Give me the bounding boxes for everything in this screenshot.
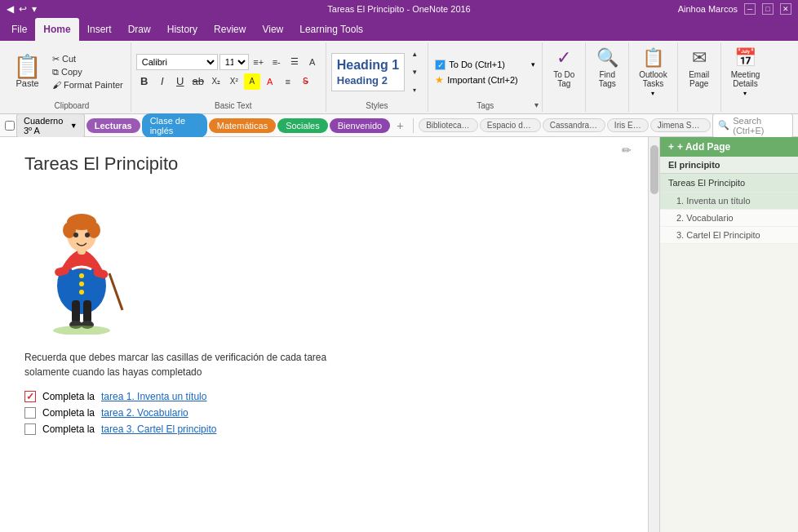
font-select[interactable]: Calibri bbox=[136, 54, 218, 70]
meeting-dropdown: ▾ bbox=[743, 90, 747, 97]
font-size-select[interactable]: 11 bbox=[219, 54, 249, 70]
meeting-details-label: MeetingDetails bbox=[731, 70, 760, 88]
notebook-checkbox[interactable] bbox=[5, 121, 15, 131]
todo-tag-icon: ✓ bbox=[556, 47, 571, 69]
sub-page-item-1[interactable]: 1. Inventa un título bbox=[660, 193, 798, 210]
styles-scroll-up[interactable]: ▲ bbox=[406, 47, 423, 63]
todo-tag-group: ✓ To DoTag bbox=[543, 42, 586, 112]
search-box[interactable]: 🔍 Search (Ctrl+E) bbox=[712, 113, 793, 138]
meeting-details-group: 📅 MeetingDetails ▾ bbox=[721, 42, 770, 112]
notebook-breadcrumb[interactable]: Cuaderno 3º A ▼ bbox=[16, 113, 85, 138]
edit-icon[interactable]: ✏ bbox=[622, 144, 632, 157]
clear-format-btn[interactable]: A bbox=[304, 54, 321, 70]
notebook-pill-espacio[interactable]: Espacio de co... bbox=[480, 118, 541, 132]
styles-scroll-down[interactable]: ▼ bbox=[406, 64, 423, 81]
task-3-link[interactable]: tarea 3. Cartel El principito bbox=[101, 423, 216, 435]
section-tab-bienvenido[interactable]: Bienvenido bbox=[330, 118, 390, 133]
task-checkbox-3[interactable] bbox=[24, 423, 36, 435]
bold-button[interactable]: B bbox=[136, 73, 153, 90]
meeting-icon: 📅 bbox=[734, 47, 756, 69]
outlook-dropdown: ▾ bbox=[651, 90, 654, 97]
close-button[interactable]: ✕ bbox=[780, 3, 791, 15]
email-page-button[interactable]: ✉ EmailPage bbox=[683, 44, 716, 91]
undo-icon[interactable]: ↩ bbox=[19, 3, 27, 15]
tag-dropdown[interactable]: ▾ bbox=[531, 60, 535, 69]
todo-tag-button[interactable]: ✓ To DoTag bbox=[548, 44, 580, 91]
add-page-label: + Add Page bbox=[677, 141, 730, 153]
superscript-button[interactable]: X² bbox=[226, 73, 242, 90]
outlook-tasks-label: OutlookTasks bbox=[639, 70, 667, 88]
tab-history[interactable]: History bbox=[159, 18, 206, 41]
tab-insert[interactable]: Insert bbox=[79, 18, 120, 41]
todo-tag[interactable]: ✓ To Do (Ctrl+1) ▾ bbox=[433, 59, 537, 71]
task-checkbox-2[interactable] bbox=[24, 407, 36, 419]
format-painter-button[interactable]: 🖌 Format Painter bbox=[50, 79, 126, 91]
tab-home[interactable]: Home bbox=[35, 18, 78, 41]
checkmark-1: ✓ bbox=[26, 391, 34, 402]
list-style-btn[interactable]: ☰ bbox=[286, 54, 303, 70]
cut-button[interactable]: ✂ Cut bbox=[50, 53, 126, 65]
section-tab-lecturas[interactable]: Lecturas bbox=[86, 118, 140, 133]
tab-draw[interactable]: Draw bbox=[120, 18, 159, 41]
copy-button[interactable]: ⧉ Copy bbox=[50, 66, 126, 78]
task-checkbox-1[interactable]: ✓ bbox=[24, 391, 36, 402]
section-tab-sociales[interactable]: Sociales bbox=[277, 118, 328, 133]
sub-page-item-3[interactable]: 3. Cartel El Principito bbox=[660, 227, 798, 244]
meeting-details-button[interactable]: 📅 MeetingDetails ▾ bbox=[726, 44, 765, 100]
task-1-link[interactable]: tarea 1. Inventa un título bbox=[101, 391, 206, 402]
add-section-button[interactable]: + bbox=[392, 117, 408, 134]
task-2-link[interactable]: tarea 2. Vocabulario bbox=[101, 407, 188, 419]
paste-label: Paste bbox=[16, 78, 38, 88]
scroll-thumb[interactable] bbox=[650, 145, 658, 194]
font-color-button[interactable]: A bbox=[262, 73, 278, 90]
notebook-pill-biblioteca[interactable]: Biblioteca de ... bbox=[419, 118, 478, 132]
important-tag[interactable]: ★ Important (Ctrl+2) bbox=[433, 73, 537, 86]
maximize-button[interactable]: □ bbox=[762, 3, 774, 15]
notebook-pill-cassandra[interactable]: Cassandra Ow... bbox=[543, 118, 605, 132]
paste-button[interactable]: 📋 Paste bbox=[8, 44, 47, 99]
styles-box[interactable]: Heading 1 Heading 2 bbox=[331, 53, 405, 91]
strikethrough-button[interactable]: ab bbox=[190, 73, 206, 90]
increase-list-btn[interactable]: ≡+ bbox=[250, 54, 267, 70]
find-tags-button[interactable]: 🔍 FindTags bbox=[591, 44, 623, 91]
outlook-tasks-button[interactable]: 📋 OutlookTasks ▾ bbox=[634, 44, 672, 100]
email-icon: ✉ bbox=[692, 47, 707, 69]
align-left-button[interactable]: ≡ bbox=[280, 73, 296, 90]
search-placeholder: Search (Ctrl+E) bbox=[733, 116, 787, 135]
clipboard-small-buttons: ✂ Cut ⧉ Copy 🖌 Format Painter bbox=[50, 44, 126, 99]
italic-button[interactable]: I bbox=[154, 73, 171, 90]
tab-learning-tools[interactable]: Learning Tools bbox=[291, 18, 371, 41]
email-page-label: EmailPage bbox=[689, 70, 709, 88]
email-page-group: ✉ EmailPage bbox=[678, 42, 721, 112]
add-page-button[interactable]: + + Add Page bbox=[660, 137, 798, 157]
find-tags-icon: 🔍 bbox=[596, 47, 618, 69]
decrease-list-btn[interactable]: ≡- bbox=[268, 54, 285, 70]
task-2-prefix: Completa la bbox=[42, 407, 95, 419]
tab-file[interactable]: File bbox=[3, 18, 35, 41]
redo-icon[interactable]: ▾ bbox=[32, 3, 37, 15]
title-bar: ◀ ↩ ▾ Tareas El Principito - OneNote 201… bbox=[0, 0, 798, 18]
notebook-pill-iris[interactable]: Iris Estes bbox=[607, 118, 649, 132]
title-bar-controls: Ainhoa Marcos ─ □ ✕ bbox=[678, 3, 791, 15]
strikethrough2-button[interactable]: S̶ bbox=[298, 73, 314, 90]
styles-expand[interactable]: ▾ bbox=[406, 82, 423, 99]
highlight-button[interactable]: A bbox=[244, 73, 260, 90]
page-item-current[interactable]: Tareas El Principito bbox=[660, 174, 798, 193]
svg-point-4 bbox=[79, 290, 84, 295]
back-icon[interactable]: ◀ bbox=[7, 3, 14, 15]
minimize-button[interactable]: ─ bbox=[744, 3, 756, 15]
underline-button[interactable]: U bbox=[172, 73, 188, 90]
subscript-button[interactable]: X₂ bbox=[208, 73, 224, 90]
basic-text-label: Basic Text bbox=[136, 101, 330, 110]
section-tab-matematicas[interactable]: Matemáticas bbox=[209, 118, 276, 133]
paste-icon: 📋 bbox=[13, 55, 42, 78]
notebook-pill-jimena[interactable]: Jimena Serrano bbox=[650, 118, 711, 132]
scroll-bar[interactable] bbox=[648, 137, 659, 532]
sub-page-item-2[interactable]: 2. Vocabulario bbox=[660, 210, 798, 227]
section-tab-ingles[interactable]: Clase de inglés bbox=[142, 113, 207, 138]
add-page-plus: + bbox=[668, 141, 674, 153]
task-item-1: ✓ Completa la tarea 1. Inventa un título bbox=[24, 391, 623, 402]
tab-view[interactable]: View bbox=[254, 18, 291, 41]
tab-review[interactable]: Review bbox=[206, 18, 254, 41]
format-painter-icon: 🖌 bbox=[52, 80, 61, 90]
